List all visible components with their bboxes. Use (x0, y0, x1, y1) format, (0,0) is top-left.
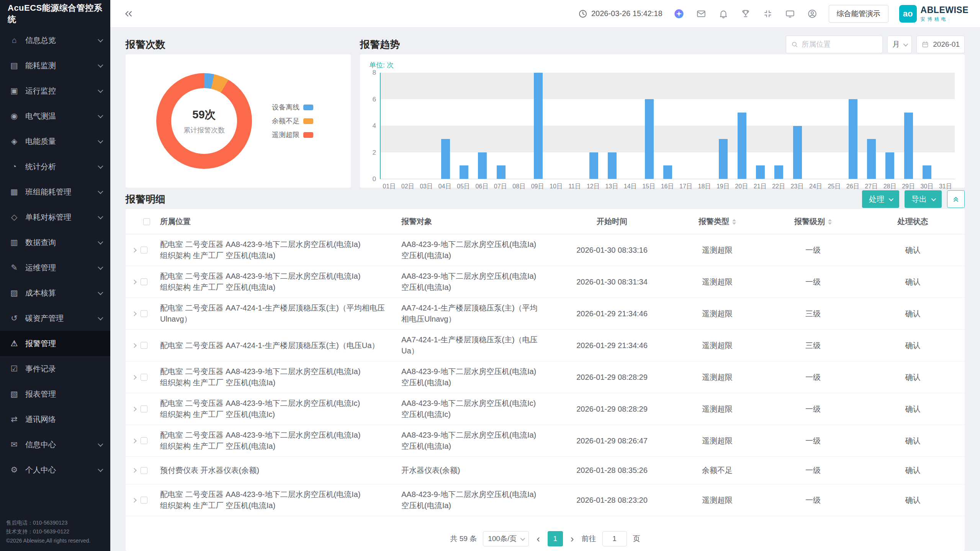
cell-status[interactable]: 确认 (861, 276, 965, 288)
row-checkbox[interactable] (141, 247, 147, 253)
carbon-asset-icon: ↺ (8, 314, 20, 323)
date-picker[interactable]: 2026-01 (916, 36, 965, 53)
sidebar-item-operation-monitor[interactable]: ▣运行监控 (0, 78, 110, 103)
row-checkbox[interactable] (141, 497, 147, 504)
row-checkbox[interactable] (141, 310, 147, 317)
cell-status[interactable]: 确认 (861, 465, 965, 476)
sidebar-item-personal-center[interactable]: ⚙个人中心 (0, 457, 110, 482)
cell-alarm-type: 遥测超限 (669, 495, 765, 506)
legend-item[interactable]: 遥测超限 (272, 130, 313, 139)
cell-alarm-type: 遥测超限 (669, 308, 765, 319)
column-header-3[interactable]: 报警类型 (669, 216, 765, 227)
sidebar-item-report-management[interactable]: ▧报表管理 (0, 381, 110, 407)
sidebar-item-team-energy[interactable]: ▦班组能耗管理 (0, 179, 110, 204)
sidebar-item-ops-management[interactable]: ✎运维管理 (0, 255, 110, 280)
select-all-checkbox[interactable] (143, 218, 150, 225)
row-expand-icon[interactable] (132, 407, 137, 412)
table-row: 配电室 二号变压器 AA8-423-9-地下二层水房空压机(电流Ia)组织架构 … (126, 425, 965, 457)
row-expand-icon[interactable] (132, 248, 137, 253)
next-page-button[interactable]: › (569, 533, 576, 545)
sidebar-item-carbon-asset[interactable]: ↺碳资产管理 (0, 306, 110, 331)
legend-item[interactable]: 余额不足 (272, 116, 313, 126)
cell-status[interactable]: 确认 (861, 372, 965, 383)
row-checkbox[interactable] (141, 374, 147, 381)
cell-target: 开水器仪表(余额) (401, 465, 555, 476)
sidebar-item-info-overview[interactable]: ⌂信息总览 (0, 28, 110, 53)
sidebar-item-alarm-management[interactable]: ⚠报警管理 (0, 331, 110, 356)
prev-page-button[interactable]: ‹ (535, 533, 542, 545)
chevron-down-icon (98, 88, 103, 93)
row-checkbox[interactable] (141, 342, 147, 349)
chevron-down-icon (98, 37, 103, 43)
row-expand-icon[interactable] (132, 438, 137, 443)
sidebar-item-electrical-temp[interactable]: ◉电气测温 (0, 103, 110, 129)
logo-subtext: 安博精电 (921, 16, 969, 23)
process-button[interactable]: 处理 (862, 190, 899, 208)
collapse-panel-button[interactable] (947, 190, 965, 208)
sidebar-item-power-quality[interactable]: ◈电能质量 (0, 129, 110, 154)
sidebar-item-info-center[interactable]: ✉信息中心 (0, 432, 110, 457)
cell-alarm-level: 三级 (765, 308, 861, 319)
column-header-4[interactable]: 报警级别 (765, 216, 861, 227)
cell-start-time: 2026-01-28 08:35:26 (555, 465, 669, 476)
bell-icon[interactable] (718, 8, 729, 20)
trophy-icon[interactable] (740, 8, 751, 20)
power-quality-icon: ◈ (8, 137, 20, 146)
cell-status[interactable]: 确认 (861, 404, 965, 415)
sidebar-item-data-query[interactable]: ▥数据查询 (0, 230, 110, 255)
table-row: 配电室 二号变压器 AA7-424-1-生产楼层顶稳压泵(主)（电压Ua）AA7… (126, 330, 965, 361)
trend-bar (774, 165, 783, 179)
sidebar-item-cost-accounting[interactable]: ▨成本核算 (0, 280, 110, 306)
event-record-icon: ☑ (8, 364, 20, 373)
sidebar-item-label: 电能质量 (25, 136, 98, 147)
monitor-icon[interactable] (784, 8, 796, 20)
row-checkbox[interactable] (141, 437, 147, 444)
ai-assistant-icon[interactable] (673, 8, 685, 20)
sidebar-item-comm-network[interactable]: ⇄通讯网络 (0, 407, 110, 432)
period-select[interactable]: 月 (887, 36, 912, 53)
sort-icon[interactable] (828, 219, 832, 225)
legend-item[interactable]: 设备离线 (272, 103, 313, 112)
row-expand-icon[interactable] (132, 498, 137, 503)
row-expand-icon[interactable] (132, 280, 137, 284)
cell-status[interactable]: 确认 (861, 495, 965, 506)
cell-location: 配电室 二号变压器 AA8-423-9-地下二层水房空压机(电流Ia)组织架构 … (160, 239, 401, 261)
location-search-input[interactable] (802, 40, 878, 49)
calendar-icon (921, 41, 929, 48)
page-number-1[interactable]: 1 (548, 531, 563, 546)
trend-bar (867, 139, 876, 179)
cell-status[interactable]: 确认 (861, 308, 965, 319)
cell-start-time: 2026-01-28 08:23:20 (555, 495, 669, 506)
sidebar-item-energy-monitor[interactable]: ▤能耗监测 (0, 53, 110, 78)
sort-icon[interactable] (732, 219, 736, 225)
user-icon[interactable] (807, 8, 818, 20)
chevron-down-icon (520, 536, 525, 541)
chevron-down-icon (903, 41, 908, 46)
cell-status[interactable]: 确认 (861, 435, 965, 446)
page-size-select[interactable]: 100条/页 (483, 531, 529, 546)
sidebar-item-unit-benchmark[interactable]: ◇单耗对标管理 (0, 204, 110, 230)
table-row: 配电室 二号变压器 AA8-423-9-地下二层水房空压机(电流Ia)组织架构 … (126, 361, 965, 393)
unit-label: 单位: 次 (369, 60, 955, 70)
demo-button[interactable]: 综合能管演示 (829, 5, 888, 23)
cell-status[interactable]: 确认 (861, 245, 965, 256)
table-header: 所属位置报警对象开始时间报警类型报警级别处理状态 (126, 209, 965, 234)
mail-icon[interactable] (695, 8, 707, 20)
sidebar-collapse-button[interactable] (122, 7, 136, 21)
sidebar-item-event-record[interactable]: ☑事件记录 (0, 356, 110, 381)
cell-target: AA7-424-1-生产楼层顶稳压泵(主)（电压Ua） (401, 334, 555, 356)
legend-swatch (303, 132, 313, 138)
row-expand-icon[interactable] (132, 468, 137, 473)
fullscreen-icon[interactable] (762, 8, 774, 20)
cell-status[interactable]: 确认 (861, 340, 965, 351)
row-checkbox[interactable] (141, 278, 147, 285)
row-expand-icon[interactable] (132, 311, 137, 316)
goto-page-input[interactable] (602, 531, 627, 546)
trend-bar (608, 152, 617, 179)
export-button[interactable]: 导出 (905, 190, 942, 208)
sidebar-item-statistics-analysis[interactable]: ◔统计分析 (0, 154, 110, 179)
row-expand-icon[interactable] (132, 343, 137, 348)
row-expand-icon[interactable] (132, 375, 137, 380)
row-checkbox[interactable] (141, 405, 147, 412)
row-checkbox[interactable] (141, 467, 147, 474)
